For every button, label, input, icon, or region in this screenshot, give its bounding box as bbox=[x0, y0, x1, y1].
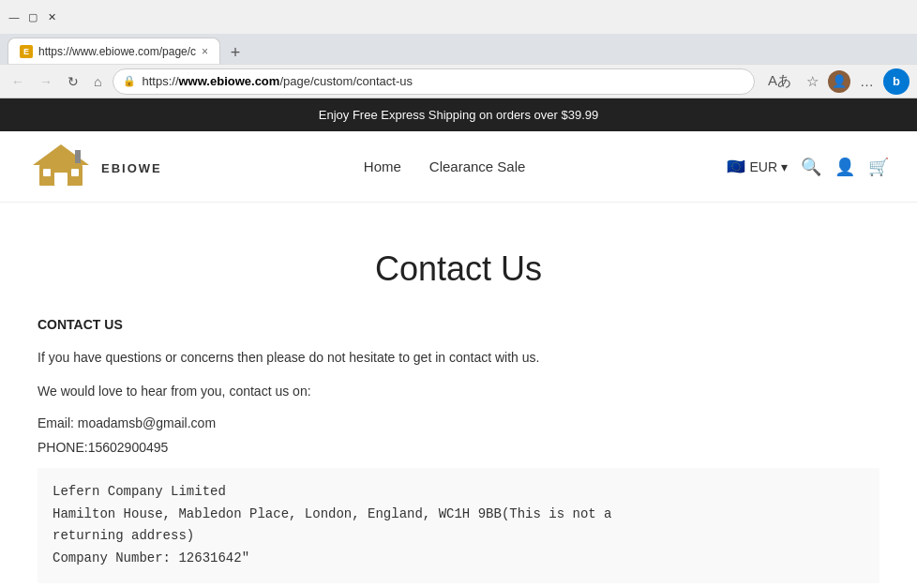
back-button[interactable]: ← bbox=[8, 70, 28, 93]
toolbar-right: Aあ ☆ 👤 … b bbox=[762, 68, 909, 95]
email-label: Email: bbox=[38, 415, 74, 430]
title-bar: — ▢ ✕ bbox=[0, 0, 917, 34]
contact-email: Email: moadamsb@gmail.com bbox=[38, 415, 879, 430]
translate-button[interactable]: Aあ bbox=[762, 68, 797, 94]
address-line2: Hamilton House, Mabledon Place, London, … bbox=[53, 504, 864, 526]
url-text: https://www.ebiowe.com/page/custom/conta… bbox=[142, 74, 413, 88]
site-nav: Home Clearance Sale bbox=[364, 158, 526, 174]
tab-close-button[interactable]: × bbox=[202, 45, 208, 58]
banner-text: Enjoy Free Express Shipping on orders ov… bbox=[319, 108, 598, 122]
maximize-button[interactable]: ▢ bbox=[26, 10, 39, 23]
refresh-button[interactable]: ↻ bbox=[64, 70, 83, 93]
search-icon[interactable]: 🔍 bbox=[801, 157, 821, 177]
home-button[interactable]: ⌂ bbox=[90, 70, 105, 93]
currency-label: EUR bbox=[749, 159, 777, 174]
nav-clearance[interactable]: Clearance Sale bbox=[429, 158, 526, 174]
header-actions: 🇪🇺 EUR ▾ 🔍 👤 🛒 bbox=[727, 157, 889, 177]
browser-chrome: — ▢ ✕ E https://www.ebiowe.com/page/c × … bbox=[0, 0, 917, 98]
currency-selector[interactable]: 🇪🇺 EUR ▾ bbox=[727, 158, 788, 175]
nav-home[interactable]: Home bbox=[364, 158, 401, 174]
forward-button[interactable]: → bbox=[36, 70, 56, 93]
bing-button[interactable]: b bbox=[883, 68, 909, 95]
more-button[interactable]: … bbox=[854, 69, 879, 93]
minimize-button[interactable]: — bbox=[8, 10, 21, 23]
window-controls: — ▢ ✕ bbox=[8, 10, 58, 23]
contact-address: Lefern Company Limited Hamilton House, M… bbox=[38, 468, 879, 583]
svg-rect-3 bbox=[43, 169, 51, 176]
address-line3: returning address) bbox=[53, 525, 864, 548]
currency-chevron: ▾ bbox=[781, 159, 788, 174]
contact-section: CONTACT US If you have questions or conc… bbox=[38, 317, 879, 588]
site-header: EBIOWE Home Clearance Sale 🇪🇺 EUR ▾ 🔍 👤 … bbox=[0, 131, 917, 203]
site-content: Contact Us CONTACT US If you have questi… bbox=[0, 203, 917, 588]
page-title: Contact Us bbox=[38, 221, 879, 317]
logo-text: EBIOWE bbox=[101, 161, 162, 175]
svg-rect-4 bbox=[71, 169, 79, 176]
address-bar: ← → ↻ ⌂ 🔒 https://www.ebiowe.com/page/cu… bbox=[0, 64, 917, 98]
tab-title: https://www.ebiowe.com/page/c bbox=[38, 45, 196, 58]
svg-rect-5 bbox=[75, 150, 81, 163]
tab-favicon: E bbox=[20, 45, 33, 58]
url-bar[interactable]: 🔒 https://www.ebiowe.com/page/custom/con… bbox=[113, 68, 755, 95]
active-tab[interactable]: E https://www.ebiowe.com/page/c × bbox=[8, 38, 220, 64]
address-line1: Lefern Company Limited bbox=[53, 481, 864, 504]
phone-label: PHONE: bbox=[38, 440, 88, 455]
cart-icon[interactable]: 🛒 bbox=[868, 157, 889, 177]
favorites-button[interactable]: ☆ bbox=[801, 69, 824, 94]
phone-value: 15602900495 bbox=[88, 440, 169, 455]
contact-intro2: We would love to hear from you, contact … bbox=[38, 381, 879, 401]
new-tab-button[interactable]: + bbox=[224, 41, 247, 64]
svg-rect-2 bbox=[54, 173, 68, 186]
address-line4: Company Number: 12631642" bbox=[53, 548, 864, 570]
contact-phone: PHONE:15602900495 bbox=[38, 440, 879, 455]
lock-icon: 🔒 bbox=[123, 75, 136, 87]
site-banner: Enjoy Free Express Shipping on orders ov… bbox=[0, 98, 917, 131]
currency-flag: 🇪🇺 bbox=[727, 158, 745, 175]
logo-image bbox=[28, 141, 94, 192]
tab-bar: E https://www.ebiowe.com/page/c × + bbox=[0, 34, 917, 64]
contact-heading: CONTACT US bbox=[38, 317, 879, 332]
account-icon[interactable]: 👤 bbox=[834, 157, 855, 177]
close-button[interactable]: ✕ bbox=[45, 10, 58, 23]
logo-area: EBIOWE bbox=[28, 141, 162, 192]
email-value: moadamsb@gmail.com bbox=[78, 415, 216, 430]
contact-intro1: If you have questions or concerns then p… bbox=[38, 347, 879, 368]
profile-avatar[interactable]: 👤 bbox=[828, 70, 850, 93]
